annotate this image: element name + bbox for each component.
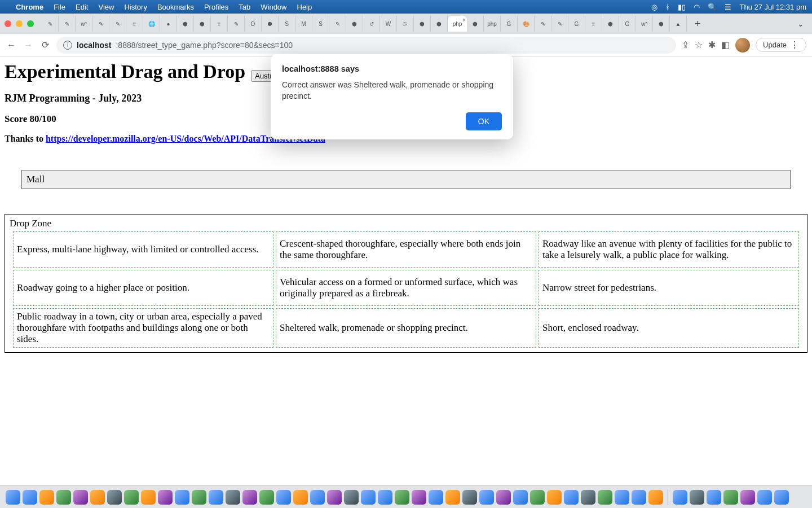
menu-history[interactable]: History — [124, 3, 147, 11]
browser-tab[interactable]: ✎ — [109, 16, 126, 32]
dock-app-icon[interactable] — [141, 490, 156, 505]
browser-tab[interactable]: S — [279, 16, 295, 32]
dock-app-icon[interactable] — [445, 490, 460, 505]
browser-tab[interactable]: G — [619, 16, 636, 32]
dock-app-icon[interactable] — [344, 490, 359, 505]
dock-app-icon[interactable] — [56, 490, 71, 505]
drop-zone[interactable]: Drop Zone Express, multi-lane highway, w… — [5, 214, 807, 353]
menu-bookmarks[interactable]: Bookmarks — [157, 3, 194, 11]
browser-tab[interactable]: ≡ — [585, 16, 602, 32]
menu-file[interactable]: File — [54, 3, 65, 11]
dock-app-icon[interactable] — [293, 490, 308, 505]
browser-tab[interactable]: ⬢ — [194, 16, 211, 32]
browser-tab[interactable]: ⬢ — [602, 16, 619, 32]
browser-tab[interactable]: ⚈ — [262, 16, 279, 32]
dock-app-icon[interactable] — [90, 490, 105, 505]
browser-tab[interactable]: ⬢ — [346, 16, 363, 32]
street-type-select[interactable]: Australian S — [251, 70, 298, 82]
back-button[interactable]: ← — [6, 40, 17, 50]
browser-tab[interactable]: ✎ — [59, 16, 76, 32]
dock-app-icon[interactable] — [192, 490, 206, 505]
bluetooth-icon[interactable]: ᚼ — [665, 3, 670, 11]
dock-app-icon[interactable] — [707, 490, 721, 505]
battery-icon[interactable]: ▮▯ — [678, 3, 686, 11]
drop-cell[interactable]: Short, enclosed roadway. — [539, 308, 799, 348]
menu-view[interactable]: View — [98, 3, 114, 11]
dock-app-icon[interactable] — [327, 490, 342, 505]
profile-avatar[interactable] — [735, 38, 750, 52]
drop-cell[interactable]: Crescent-shaped thoroughfare, especially… — [276, 231, 536, 268]
close-window-button[interactable] — [5, 20, 11, 27]
menu-help[interactable]: Help — [297, 3, 312, 11]
dock-app-icon[interactable] — [39, 490, 54, 505]
browser-tab[interactable]: 🌐 — [143, 16, 160, 32]
sidepanel-icon[interactable]: ◧ — [721, 40, 730, 50]
browser-tab[interactable]: ≡ — [211, 16, 228, 32]
browser-tab[interactable]: ↺ — [363, 16, 380, 32]
dock-app-icon[interactable] — [124, 490, 139, 505]
dock-app-icon[interactable] — [598, 490, 612, 505]
dock-app-icon[interactable] — [6, 490, 20, 505]
extensions-icon[interactable]: ✱ — [708, 40, 716, 50]
dock-app-icon[interactable] — [209, 490, 223, 505]
minimize-window-button[interactable] — [16, 20, 23, 27]
new-tab-button[interactable]: + — [690, 18, 705, 30]
menu-window[interactable]: Window — [261, 3, 286, 11]
browser-tab[interactable]: ⚞ — [397, 16, 414, 32]
dock-app-icon[interactable] — [479, 490, 494, 505]
drop-cell[interactable]: Narrow street for pedestrians. — [539, 270, 799, 306]
dock-app-icon[interactable] — [158, 490, 173, 505]
dock-app-icon[interactable] — [462, 490, 477, 505]
dock-app-icon[interactable] — [73, 490, 88, 505]
browser-tab[interactable]: W — [380, 16, 397, 32]
dock-app-icon[interactable] — [496, 490, 511, 505]
browser-tab[interactable]: w³ — [76, 16, 92, 32]
browser-tab-active[interactable]: php× — [448, 16, 467, 32]
dock-app-icon[interactable] — [648, 490, 663, 505]
share-icon[interactable]: ⇪ — [682, 40, 689, 50]
browser-tab[interactable]: ≡ — [126, 16, 143, 32]
maximize-window-button[interactable] — [27, 20, 34, 27]
spotlight-icon[interactable]: 🔍 — [708, 3, 717, 11]
browser-tab[interactable]: ✎ — [92, 16, 109, 32]
browser-tab[interactable]: ✎ — [228, 16, 245, 32]
browser-tab[interactable]: O — [245, 16, 262, 32]
site-info-icon[interactable]: i — [63, 41, 72, 50]
dock-app-icon[interactable] — [23, 490, 37, 505]
browser-tab[interactable]: w³ — [636, 16, 653, 32]
drop-cell[interactable]: Sheltered walk, promenade or shopping pr… — [276, 308, 536, 348]
thanks-link[interactable]: https://developer.mozilla.org/en-US/docs… — [46, 134, 325, 143]
dock-app-icon[interactable] — [259, 490, 274, 505]
menu-tab[interactable]: Tab — [239, 3, 250, 11]
draggable-item[interactable]: Mall — [21, 170, 791, 189]
dock-app-icon[interactable] — [429, 490, 443, 505]
menu-profiles[interactable]: Profiles — [204, 3, 228, 11]
address-bar[interactable]: i localhost:8888/street_type_game.php?sc… — [56, 37, 676, 54]
browser-tab[interactable]: ✎ — [535, 16, 551, 32]
browser-tab[interactable]: M — [295, 16, 312, 32]
browser-tab[interactable]: ⬢ — [467, 16, 484, 32]
dock-app-icon[interactable] — [412, 490, 426, 505]
dock-app-icon[interactable] — [690, 490, 704, 505]
browser-tab[interactable]: ✎ — [42, 16, 59, 32]
reload-button[interactable]: ⟳ — [39, 40, 51, 50]
dock-app-icon[interactable] — [615, 490, 629, 505]
dock-app-icon[interactable] — [226, 490, 240, 505]
dock-app-icon[interactable] — [530, 490, 545, 505]
browser-tab[interactable]: ⬢ — [653, 16, 670, 32]
dock-app-icon[interactable] — [395, 490, 409, 505]
browser-tab[interactable]: ✎ — [551, 16, 568, 32]
bookmark-star-icon[interactable]: ☆ — [695, 40, 703, 50]
browser-tab[interactable]: ✎ — [329, 16, 346, 32]
screen-record-icon[interactable]: ◎ — [651, 3, 657, 11]
dock-app-icon[interactable] — [361, 490, 376, 505]
dock-app-icon[interactable] — [547, 490, 562, 505]
drop-cell[interactable]: Roadway going to a higher place or posit… — [13, 270, 273, 306]
dock-app-icon[interactable] — [774, 490, 789, 505]
drop-cell[interactable]: Public roadway in a town, city or urban … — [13, 308, 273, 348]
dock-app-icon[interactable] — [310, 490, 325, 505]
dock-app-icon[interactable] — [740, 490, 755, 505]
browser-tab[interactable]: G — [568, 16, 585, 32]
menu-edit[interactable]: Edit — [76, 3, 88, 11]
browser-tab[interactable]: ⬢ — [177, 16, 194, 32]
